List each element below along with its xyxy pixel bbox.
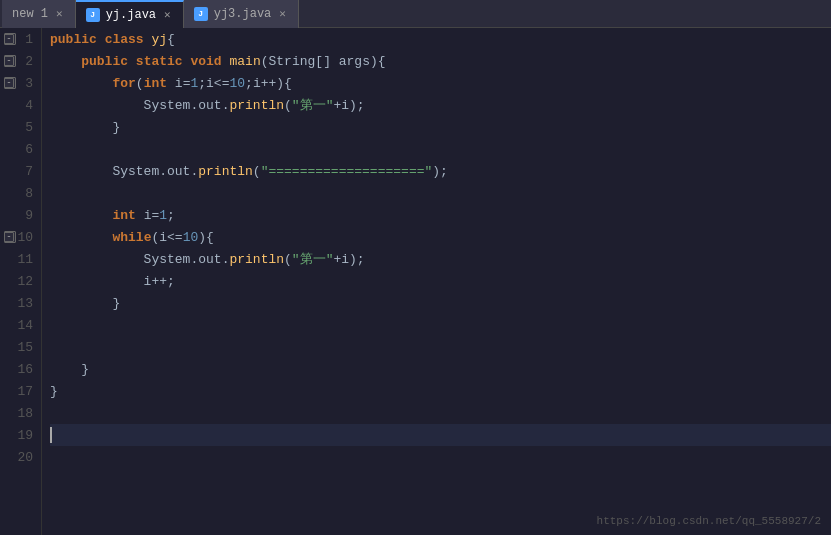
code-line-16: }: [50, 358, 831, 380]
line-number-16: 16: [0, 358, 41, 380]
fold-icon-3[interactable]: -: [4, 78, 14, 88]
yj-java-icon: J: [86, 8, 100, 22]
fold-icon-2[interactable]: -: [4, 56, 14, 66]
line-number-3: -3: [0, 72, 41, 94]
tab-yj3-label: yj3.java: [214, 7, 272, 21]
line-number-1: -1: [0, 28, 41, 50]
code-line-6: [50, 138, 831, 160]
line-number-6: 6: [0, 138, 41, 160]
tab-yj-label: yj.java: [106, 8, 156, 22]
line-number-15: 15: [0, 336, 41, 358]
line-number-7: 7: [0, 160, 41, 182]
tab-yj[interactable]: J yj.java ✕: [76, 0, 184, 28]
line-number-18: 18: [0, 402, 41, 424]
tab-new1-label: new 1: [12, 7, 48, 21]
line-number-19: 19: [0, 424, 41, 446]
code-content[interactable]: public class yj{ public static void main…: [42, 28, 831, 535]
line-number-10: -10: [0, 226, 41, 248]
editor: -1-2-3456789-1011121314151617181920 publ…: [0, 28, 831, 535]
fold-icon-1[interactable]: -: [4, 34, 14, 44]
code-line-20: [50, 446, 831, 468]
code-line-2: public static void main(String[] args){: [50, 50, 831, 72]
code-line-1: public class yj{: [50, 28, 831, 50]
tab-yj3-close[interactable]: ✕: [277, 7, 288, 20]
code-line-19: [50, 424, 831, 446]
line-number-9: 9: [0, 204, 41, 226]
code-line-15: [50, 336, 831, 358]
code-line-8: [50, 182, 831, 204]
line-number-5: 5: [0, 116, 41, 138]
code-line-11: System.out.println("第一"+i);: [50, 248, 831, 270]
code-line-14: [50, 314, 831, 336]
line-number-4: 4: [0, 94, 41, 116]
line-number-12: 12: [0, 270, 41, 292]
code-line-10: while(i<=10){: [50, 226, 831, 248]
line-number-20: 20: [0, 446, 41, 468]
line-number-11: 11: [0, 248, 41, 270]
line-number-2: -2: [0, 50, 41, 72]
code-line-3: for(int i=1;i<=10;i++){: [50, 72, 831, 94]
line-number-8: 8: [0, 182, 41, 204]
code-line-4: System.out.println("第一"+i);: [50, 94, 831, 116]
tab-yj-close[interactable]: ✕: [162, 8, 173, 21]
yj3-java-icon: J: [194, 7, 208, 21]
watermark: https://blog.csdn.net/qq_5558927/2: [597, 515, 821, 527]
code-line-9: int i=1;: [50, 204, 831, 226]
tab-bar: new 1 ✕ J yj.java ✕ J yj3.java ✕: [0, 0, 831, 28]
line-number-14: 14: [0, 314, 41, 336]
line-number-13: 13: [0, 292, 41, 314]
code-line-13: }: [50, 292, 831, 314]
code-line-7: System.out.println("====================…: [50, 160, 831, 182]
line-number-17: 17: [0, 380, 41, 402]
fold-icon-10[interactable]: -: [4, 232, 14, 242]
code-line-18: [50, 402, 831, 424]
code-line-12: i++;: [50, 270, 831, 292]
gutter: -1-2-3456789-1011121314151617181920: [0, 28, 42, 535]
tab-new1-close[interactable]: ✕: [54, 7, 65, 20]
tab-yj3[interactable]: J yj3.java ✕: [184, 0, 299, 28]
code-line-5: }: [50, 116, 831, 138]
code-line-17: }: [50, 380, 831, 402]
tab-new1[interactable]: new 1 ✕: [2, 0, 76, 28]
